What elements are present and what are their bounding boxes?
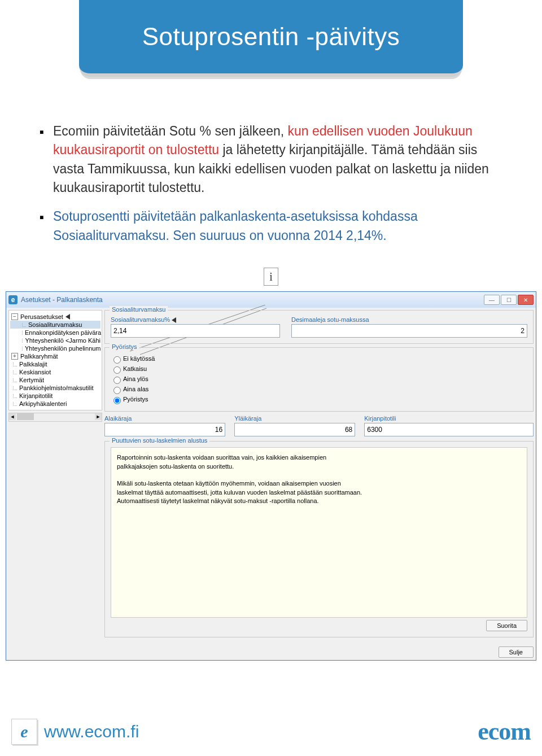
rounding-option[interactable]: Aina ylös <box>111 375 527 384</box>
rounding-option[interactable]: Aina alas <box>111 385 527 394</box>
rounding-radio[interactable] <box>113 397 121 404</box>
form-area: Sosiaaliturvamaksu Sosiaaliturvamaksu% D… <box>104 310 534 658</box>
info-text-1: Raportoinnin sotu-laskenta voidaan suori… <box>117 453 365 471</box>
tree-item-kertymat[interactable]: Kertymät <box>10 376 100 384</box>
tree-item-arkipyhakalenteri[interactable]: Arkipyhäkalenteri <box>10 400 100 408</box>
bullet-1-text-a: Ecomiin päivitetään Sotu % sen jälkeen, <box>53 124 288 138</box>
tree-root-palkkaryhmat[interactable]: +Palkkaryhmät <box>10 352 100 360</box>
decimals-label: Desimaaleja sotu-maksussa <box>291 316 527 323</box>
sotu-percent-input[interactable] <box>111 324 280 338</box>
kirjanpitotili-input[interactable] <box>364 423 534 436</box>
window-title: Asetukset - Palkanlaskenta <box>21 296 484 304</box>
info-text-2: Mikäli sotu-laskenta otetaan käyttöön my… <box>117 479 365 505</box>
decimals-input[interactable] <box>291 324 527 338</box>
rounding-option[interactable]: Pyöristys <box>111 395 527 404</box>
scroll-thumb[interactable] <box>17 413 34 420</box>
close-button[interactable]: ✕ <box>518 295 534 305</box>
rounding-radio[interactable] <box>113 387 121 394</box>
scroll-left-icon[interactable]: ◄ <box>9 413 16 420</box>
expand-icon[interactable]: + <box>11 353 18 360</box>
rounding-radio[interactable] <box>113 377 121 384</box>
app-icon: e <box>8 295 18 304</box>
tree-item-yhteyshenkilo[interactable]: Yhteyshenkilö <Jarmo Kähi <box>10 337 100 344</box>
brand-url: www.ecom.fi <box>44 722 139 741</box>
info-textbox: Raportoinnin sotu-laskenta voidaan suori… <box>111 447 527 618</box>
rounding-option[interactable]: Ei käytössä <box>111 355 527 364</box>
titlebar: e Asetukset - Palkanlaskenta — ☐ ✕ <box>6 292 536 308</box>
minimize-button[interactable]: — <box>484 295 500 305</box>
kirjanpitotili-label: Kirjanpitotili <box>364 415 534 422</box>
group-label: Sosiaaliturvamaksu <box>110 306 168 313</box>
tree-item-yhteyshenkilo-puh[interactable]: Yhteyshenkilön puhelinnum <box>10 344 100 352</box>
ylaikaraja-label: Yläikäraja <box>234 415 355 422</box>
settings-tree[interactable]: −Perusasetukset Sosiaaliturvamaksu Ennak… <box>8 310 102 410</box>
footer: e www.ecom.fi ecom <box>11 717 531 746</box>
tree-item-palkkalajit[interactable]: Palkkalajit <box>10 360 100 368</box>
suorita-button[interactable]: Suorita <box>486 620 527 631</box>
pointer-marker-icon <box>172 317 176 323</box>
bullet-list: ■ Ecomiin päivitetään Sotu % sen jälkeen… <box>40 122 502 245</box>
slide-title: Sotuprosentin -päivitys <box>96 23 446 51</box>
tree-item-kirjanpitotilit[interactable]: Kirjanpitotilit <box>10 392 100 400</box>
group-puuttuvat: Puuttuvien sotu-laskelmien alustus Rapor… <box>104 441 534 637</box>
rounding-option[interactable]: Katkaisu <box>111 365 527 374</box>
bullet-2: ■ Sotuprosentti päivitetään palkanlasken… <box>40 207 502 245</box>
tree-item-pankkiohjelmisto[interactable]: Pankkiohjelmisto/maksutilit <box>10 384 100 392</box>
group-sosiaaliturvamaksu: Sosiaaliturvamaksu Sosiaaliturvamaksu% D… <box>104 310 534 344</box>
slide-title-block: Sotuprosentin -päivitys <box>79 0 463 77</box>
alaikaraja-label: Alaikäraja <box>104 415 225 422</box>
tree-horizontal-scrollbar[interactable]: ◄ ► <box>8 413 102 422</box>
pointer-marker-icon <box>65 314 70 320</box>
bullet-marker: ■ <box>40 128 53 197</box>
bullet-2-text: Sotuprosentti päivitetään palkanlaskenta… <box>53 209 418 242</box>
bullet-1: ■ Ecomiin päivitetään Sotu % sen jälkeen… <box>40 122 502 197</box>
alaikaraja-input[interactable] <box>104 423 225 436</box>
brand-icon: e <box>11 719 37 745</box>
sotu-percent-label: Sosiaaliturvamaksu% <box>111 316 280 323</box>
info-callout: i <box>264 268 278 286</box>
ylaikaraja-input[interactable] <box>234 423 355 436</box>
tree-item-ennakonpidatys[interactable]: Ennakonpidätyksen päivära <box>10 329 100 337</box>
group-label: Pyöristys <box>110 343 139 350</box>
group-pyoristys: Pyöristys Ei käytössäKatkaisuAina ylösAi… <box>104 347 534 412</box>
group-label: Puuttuvien sotu-laskelmien alustus <box>110 437 209 444</box>
settings-window: e Asetukset - Palkanlaskenta — ☐ ✕ −Peru… <box>6 291 536 661</box>
tree-item-keskiansiot[interactable]: Keskiansiot <box>10 368 100 376</box>
collapse-icon[interactable]: − <box>11 313 18 320</box>
scroll-right-icon[interactable]: ► <box>95 413 102 420</box>
rounding-radio[interactable] <box>113 356 121 364</box>
rounding-radio[interactable] <box>113 366 121 374</box>
tree-item-sosiaaliturvamaksu[interactable]: Sosiaaliturvamaksu <box>10 321 100 329</box>
bullet-marker: ■ <box>40 213 53 245</box>
sulje-button[interactable]: Sulje <box>499 646 534 658</box>
tree-root-perusasetukset[interactable]: −Perusasetukset <box>10 313 100 321</box>
brand-logo: ecom <box>478 717 531 746</box>
maximize-button[interactable]: ☐ <box>501 295 517 305</box>
